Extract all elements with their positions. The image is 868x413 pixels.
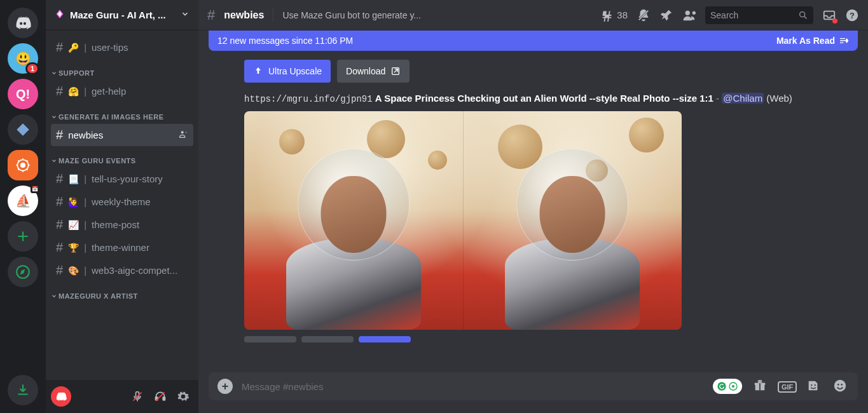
user-panel [46,380,198,413]
notification-badge: 1 [25,62,39,75]
sticker-button[interactable] [804,379,822,395]
svg-text:?: ? [850,10,855,20]
category-artist[interactable]: MAZEGURU X ARTIST [46,282,198,302]
ultra-upscale-button[interactable]: Ultra Upscale [244,60,331,83]
action-chips [244,336,858,342]
channel-topic[interactable]: Use Maze Guru bot to generate y... [282,10,421,20]
channel-weekly-theme[interactable]: # 🙋‍♀️ | weekly-theme [51,191,193,213]
channel-newbies[interactable]: # newbies [51,124,193,146]
channel-tell-story[interactable]: # 📃 | tell-us-your-story [51,168,193,190]
user-avatar[interactable] [51,386,71,407]
server-icon-2[interactable]: Q! [8,79,38,109]
member-list-button[interactable] [682,8,696,22]
channel-list: # 🔑 | user-tips SUPPORT # 🤗 | get-help G… [46,30,198,380]
notification-settings-button[interactable] [637,8,651,22]
svg-point-2 [21,163,25,168]
message-url[interactable]: https://mgru.info/gjpn91 [244,94,373,104]
thread-count: 38 [617,10,628,20]
hash-icon: # [56,240,63,255]
hash-icon: # [56,263,63,278]
new-messages-bar[interactable]: 12 new messages since 11:06 PM Mark As R… [209,30,858,51]
svg-point-16 [800,11,805,17]
svg-marker-4 [20,269,25,275]
channel-sidebar: Maze Guru - AI Art, ... # 🔑 | user-tips … [46,0,198,413]
hash-icon: # [56,40,63,55]
deafen-button[interactable] [150,386,170,407]
category-label: SUPPORT [59,69,95,77]
message-text: https://mgru.info/gjpn91 A Space Princes… [244,91,858,106]
mute-mic-button[interactable] [127,386,148,407]
svg-point-28 [815,384,816,385]
channel-label: web3-aigc-compet... [92,265,188,276]
action-chip[interactable] [359,336,411,342]
svg-point-31 [841,383,843,385]
hug-icon: 🤗 [68,86,79,97]
create-invite-icon[interactable] [178,129,188,141]
svg-point-7 [181,131,184,133]
search-input[interactable]: Search [705,6,813,24]
hash-icon: # [56,172,63,186]
svg-point-21 [717,382,726,390]
action-chip[interactable] [244,336,296,342]
category-label: GENERATE AI IMAGES HERE [59,113,164,121]
new-messages-text: 12 new messages since 11:06 PM [217,36,353,46]
main-area: # newbies Use Maze Guru bot to generate … [198,0,868,413]
explore-button[interactable] [8,257,38,287]
channel-label: newbies [68,130,174,140]
action-chip[interactable] [301,336,354,342]
gif-button[interactable]: GIF [778,381,796,391]
message-input[interactable]: + Message #newbies GIF [209,372,858,400]
threads-button[interactable]: 38 [600,8,628,22]
download-button[interactable]: Download [337,60,410,83]
settings-button[interactable] [173,386,193,407]
grammarly-pill[interactable] [713,379,742,394]
hash-icon: # [56,217,63,232]
channel-get-help[interactable]: # 🤗 | get-help [51,80,193,102]
channel-theme-post[interactable]: # 📈 | theme-post [51,213,193,236]
svg-marker-0 [17,123,29,136]
server-icon-active[interactable] [8,150,38,180]
attach-button[interactable]: + [217,379,233,394]
inbox-button[interactable] [822,8,836,22]
server-header[interactable]: Maze Guru - AI Art, ... [46,0,198,30]
help-button[interactable]: ? [845,8,859,22]
page-icon: 📃 [68,174,79,184]
svg-point-29 [834,379,846,391]
discord-home-icon[interactable] [8,8,38,38]
art-icon: 🎨 [68,266,79,276]
category-generate[interactable]: GENERATE AI IMAGES HERE [46,103,198,123]
boost-icon [55,9,65,22]
hash-icon: # [56,128,63,142]
svg-point-27 [811,384,812,385]
user-mention[interactable]: @Chilam [722,93,764,104]
download-apps-button[interactable] [8,375,38,405]
category-label: MAZE GURU EVENTS [59,157,136,165]
channel-label: tell-us-your-story [92,173,188,184]
compose-area: + Message #newbies GIF [198,372,868,413]
emoji-button[interactable] [831,379,849,395]
category-support[interactable]: SUPPORT [46,59,198,79]
server-icon-3[interactable] [8,114,38,145]
channel-theme-winner[interactable]: # 🏆 | theme-winner [51,236,193,259]
server-icon-1[interactable]: 😃 1 [8,43,38,74]
raise-hand-icon: 🙋‍♀️ [68,197,79,207]
message-placeholder: Message #newbies [242,381,704,392]
channel-label: theme-post [92,219,188,230]
search-icon [798,10,808,20]
chevron-down-icon [181,10,189,21]
svg-point-30 [837,383,839,385]
server-icon-5[interactable]: ⛵ 📅 [8,186,38,216]
channel-label: theme-winner [92,242,188,253]
image-attachment[interactable] [244,111,682,330]
pinned-messages-button[interactable] [659,8,673,22]
channel-web3-aigc[interactable]: # 🎨 | web3-aigc-compet... [51,259,193,281]
svg-point-23 [732,385,734,388]
message-area: 12 new messages since 11:06 PM Mark As R… [198,30,868,372]
hash-icon: # [207,7,215,24]
add-server-button[interactable] [8,221,38,252]
channel-label: user-tips [92,42,188,53]
category-events[interactable]: MAZE GURU EVENTS [46,147,198,167]
mark-as-read-button[interactable]: Mark As Read [776,36,849,46]
channel-user-tips[interactable]: # 🔑 | user-tips [51,36,193,58]
gift-button[interactable] [751,379,769,395]
